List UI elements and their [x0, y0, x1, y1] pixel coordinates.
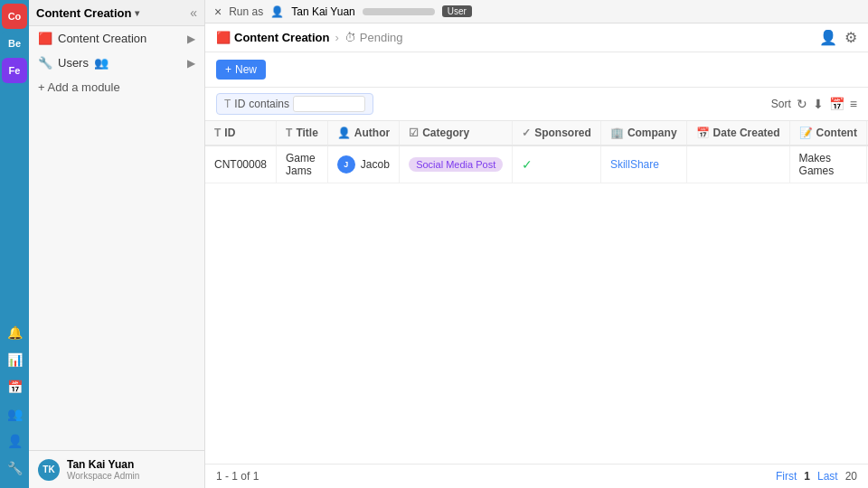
new-button[interactable]: + New [216, 60, 266, 80]
col-company: 🏢 Company [600, 121, 686, 145]
app-co-label: Co [8, 11, 22, 22]
col-content-icon: 📝 [799, 127, 813, 139]
tools-icon-btn[interactable]: 🔧 [2, 455, 27, 481]
filter-value-input[interactable] [293, 96, 365, 112]
main-content: × Run as 👤 Tan Kai Yuan User 🟥 Content C… [205, 0, 868, 488]
cell-content: Makes Games [789, 145, 866, 183]
chart-icon: 📊 [6, 352, 23, 368]
settings-action-icon[interactable]: ⚙ [844, 29, 857, 46]
col-title-icon: T [286, 127, 292, 139]
nav-title-text: Content Creation [36, 6, 131, 20]
breadcrumb-actions: 👤 ⚙ [819, 29, 857, 46]
col-category-label: Category [422, 127, 469, 139]
company-link[interactable]: SkillShare [610, 158, 659, 171]
col-content-label: Content [816, 127, 857, 139]
pending-icon: ⏱ [344, 31, 356, 44]
calendar-filter-icon[interactable]: 📅 [829, 97, 844, 111]
col-category-icon: ☑ [409, 127, 419, 139]
breadcrumb-pending[interactable]: ⏱ Pending [344, 31, 403, 44]
filter-field: ID [234, 98, 245, 110]
filter-bar: T ID contains Sort ↻ ⬇ 📅 ≡ [205, 88, 868, 121]
calendar-icon-btn[interactable]: 📅 [2, 374, 27, 399]
nav-sidebar: Content Creation ▾ « 🟥 Content Creation … [29, 0, 205, 488]
tools-icon: 🔧 [6, 460, 23, 476]
add-module-label: + Add a module [38, 80, 120, 94]
bell-icon: 🔔 [6, 324, 23, 341]
breadcrumb-bar: 🟥 Content Creation › ⏱ Pending 👤 ⚙ [205, 23, 868, 52]
add-module-button[interactable]: + Add a module [29, 75, 204, 99]
run-as-label: Run as [229, 5, 263, 18]
col-id: T ID [205, 121, 277, 145]
users-icon: 🔧 [38, 56, 52, 70]
people-icon-btn[interactable]: 👥 [2, 401, 27, 427]
last-page-button[interactable]: Last [817, 470, 838, 483]
cell-sponsored: ✓ [513, 145, 601, 183]
list-icon[interactable]: ≡ [850, 97, 857, 111]
people-icon: 👥 [6, 406, 23, 422]
col-author-icon: 👤 [337, 127, 351, 139]
sidebar-app-be[interactable]: Be [2, 31, 27, 56]
nav-title-caret: ▾ [135, 8, 139, 18]
nav-collapse-button[interactable]: « [190, 5, 197, 20]
col-id-icon: T [214, 127, 221, 139]
content-creation-label: Content Creation [58, 32, 146, 45]
nav-sidebar-title: Content Creation ▾ [36, 6, 139, 20]
new-btn-icon: + [225, 63, 231, 76]
pagination-bar: 1 - 1 of 1 First 1 Last 20 [205, 464, 868, 488]
user-name: Tan Kai Yuan [67, 458, 139, 471]
refresh-icon[interactable]: ↻ [797, 97, 807, 111]
col-company-label: Company [627, 127, 677, 139]
pagination-info: 1 - 1 of 1 [216, 470, 259, 483]
col-date-label: Date Created [713, 127, 780, 139]
toolbar: + New [205, 52, 868, 88]
pending-label: Pending [360, 31, 403, 44]
new-btn-label: New [235, 63, 257, 76]
nav-sidebar-header: Content Creation ▾ « [29, 0, 204, 26]
filter-sort: Sort ↻ ⬇ 📅 ≡ [771, 97, 857, 111]
col-author-label: Author [354, 127, 390, 139]
sidebar-app-fe[interactable]: Fe [2, 58, 27, 83]
filter-chip[interactable]: T ID contains [216, 93, 373, 115]
col-sponsored: ✓ Sponsored [513, 121, 601, 145]
filter-operator: contains [249, 98, 289, 110]
author-avatar: J [337, 155, 355, 174]
chart-icon-btn[interactable]: 📊 [2, 347, 27, 372]
person-icon: 👤 [6, 433, 23, 449]
nav-sidebar-footer: TK Tan Kai Yuan Workspace Admin [29, 450, 204, 488]
author-initials: J [344, 160, 348, 169]
close-button[interactable]: × [214, 5, 222, 19]
first-page-button[interactable]: First [776, 470, 797, 483]
calendar-icon: 📅 [6, 379, 23, 395]
row-title-value: Game Jams [286, 152, 316, 177]
table-row[interactable]: CNT00008 Game Jams J Jacob [205, 145, 868, 183]
icon-sidebar: Co Be Fe 🔔 📊 📅 👥 👤 🔧 [0, 0, 29, 488]
col-sponsored-icon: ✓ [522, 127, 531, 139]
cell-date-created [686, 145, 789, 183]
pagination-controls: First 1 Last 20 [776, 470, 857, 483]
cell-id: CNT00008 [205, 145, 277, 183]
cell-category: Social Media Post [400, 145, 513, 183]
col-company-icon: 🏢 [610, 127, 624, 139]
col-id-label: ID [224, 127, 235, 139]
run-as-user-icon: 👤 [270, 5, 284, 18]
cell-title: Game Jams [277, 145, 328, 183]
download-icon[interactable]: ⬇ [813, 97, 824, 111]
person-icon-btn[interactable]: 👤 [2, 428, 27, 454]
breadcrumb-content-creation[interactable]: 🟥 Content Creation [216, 31, 329, 44]
bell-icon-btn[interactable]: 🔔 [2, 320, 27, 345]
users-arrow: ▶ [187, 57, 195, 70]
users-action-icon[interactable]: 👤 [819, 29, 837, 46]
col-category: ☑ Category [400, 121, 513, 145]
current-page: 1 [804, 470, 810, 483]
category-badge: Social Media Post [409, 157, 503, 172]
sidebar-app-co[interactable]: Co [2, 4, 27, 29]
sidebar-item-content-creation[interactable]: 🟥 Content Creation ▶ [29, 26, 204, 51]
run-as-progress-bar [363, 8, 435, 15]
breadcrumb: 🟥 Content Creation › ⏱ Pending [216, 31, 403, 44]
cell-author: J Jacob [327, 145, 399, 183]
col-title-label: Title [296, 127, 317, 139]
breadcrumb-cc-label: Content Creation [234, 31, 329, 44]
sidebar-item-users[interactable]: 🔧 Users 👥 ▶ [29, 51, 204, 75]
filter-field-icon: T [224, 98, 231, 110]
app-fe-label: Fe [9, 65, 21, 76]
